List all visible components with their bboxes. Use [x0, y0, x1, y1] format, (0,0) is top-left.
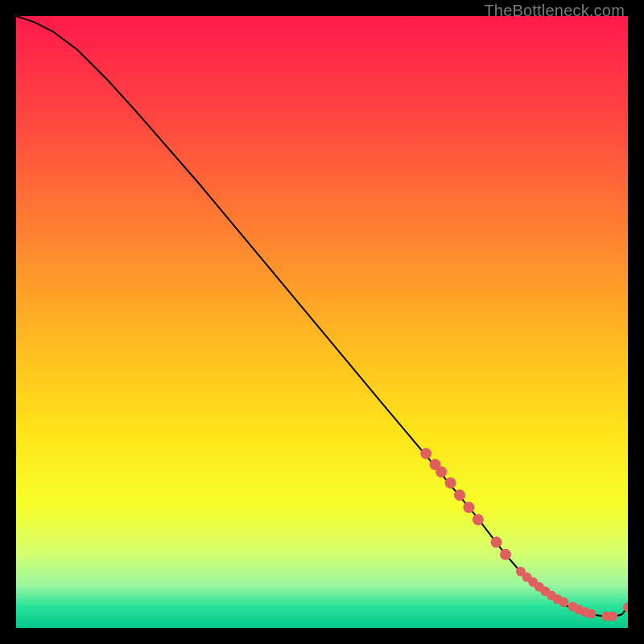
chart-area	[16, 16, 628, 628]
data-point	[586, 609, 596, 619]
data-point	[463, 502, 474, 513]
data-point	[491, 537, 502, 548]
data-point	[420, 448, 431, 459]
chart-svg	[16, 16, 628, 628]
data-point	[608, 612, 617, 621]
data-point	[559, 597, 568, 607]
data-point	[473, 514, 484, 525]
data-point	[500, 549, 511, 560]
chart-background	[16, 16, 628, 628]
data-point	[445, 477, 456, 489]
data-point	[454, 489, 465, 501]
data-point	[436, 466, 447, 477]
